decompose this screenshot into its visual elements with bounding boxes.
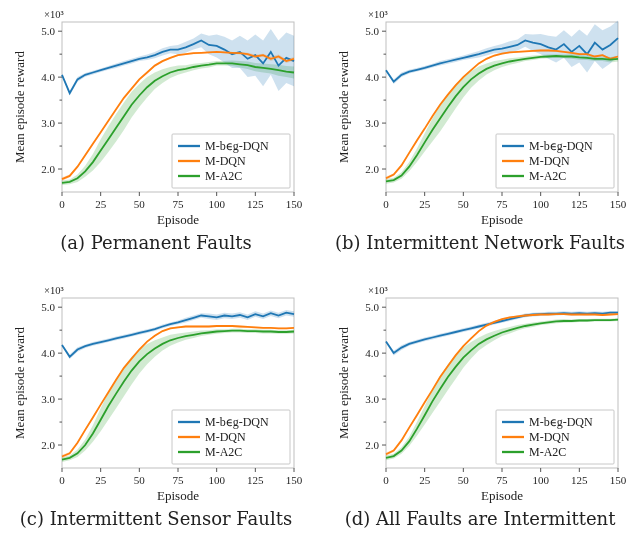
panel-c: 2.03.04.05.00255075100125150×10³Mean epi… bbox=[8, 280, 304, 529]
svg-text:100: 100 bbox=[208, 474, 225, 486]
svg-text:75: 75 bbox=[497, 474, 509, 486]
chart-c: 2.03.04.05.00255075100125150×10³Mean epi… bbox=[8, 280, 304, 506]
svg-text:25: 25 bbox=[95, 474, 107, 486]
svg-text:M-A2C: M-A2C bbox=[529, 445, 566, 459]
svg-text:M-DQN: M-DQN bbox=[529, 430, 570, 444]
svg-text:×10³: ×10³ bbox=[368, 285, 388, 296]
svg-text:50: 50 bbox=[134, 474, 146, 486]
svg-text:M-bϵg-DQN: M-bϵg-DQN bbox=[529, 415, 593, 429]
caption-a: (a) Permanent Faults bbox=[8, 232, 304, 253]
caption-d: (d) All Faults are Intermittent bbox=[332, 508, 628, 529]
svg-text:100: 100 bbox=[208, 198, 225, 210]
svg-text:5.0: 5.0 bbox=[365, 25, 379, 37]
svg-text:0: 0 bbox=[383, 474, 389, 486]
svg-text:125: 125 bbox=[247, 474, 264, 486]
svg-text:M-bϵg-DQN: M-bϵg-DQN bbox=[205, 139, 269, 153]
caption-c: (c) Intermittent Sensor Faults bbox=[8, 508, 304, 529]
svg-text:50: 50 bbox=[458, 198, 470, 210]
svg-text:Mean episode reward: Mean episode reward bbox=[336, 51, 351, 163]
svg-text:75: 75 bbox=[173, 198, 185, 210]
svg-text:25: 25 bbox=[419, 474, 431, 486]
svg-text:×10³: ×10³ bbox=[44, 285, 64, 296]
panel-d: 2.03.04.05.00255075100125150×10³Mean epi… bbox=[332, 280, 628, 529]
svg-text:125: 125 bbox=[571, 198, 588, 210]
panel-a: 2.03.04.05.00255075100125150×10³Mean epi… bbox=[8, 4, 304, 253]
svg-text:Episode: Episode bbox=[481, 488, 523, 503]
svg-text:Episode: Episode bbox=[481, 212, 523, 227]
caption-b: (b) Intermittent Network Faults bbox=[332, 232, 628, 253]
svg-text:150: 150 bbox=[610, 474, 627, 486]
svg-text:100: 100 bbox=[532, 198, 549, 210]
svg-text:M-bϵg-DQN: M-bϵg-DQN bbox=[205, 415, 269, 429]
svg-text:3.0: 3.0 bbox=[41, 117, 55, 129]
chart-b: 2.03.04.05.00255075100125150×10³Mean epi… bbox=[332, 4, 628, 230]
svg-text:M-DQN: M-DQN bbox=[529, 154, 570, 168]
svg-text:25: 25 bbox=[419, 198, 431, 210]
svg-text:75: 75 bbox=[173, 474, 185, 486]
svg-text:2.0: 2.0 bbox=[365, 439, 379, 451]
svg-text:125: 125 bbox=[571, 474, 588, 486]
svg-text:M-A2C: M-A2C bbox=[205, 169, 242, 183]
svg-text:Mean episode reward: Mean episode reward bbox=[336, 327, 351, 439]
svg-text:×10³: ×10³ bbox=[44, 9, 64, 20]
svg-text:150: 150 bbox=[610, 198, 627, 210]
svg-text:2.0: 2.0 bbox=[365, 163, 379, 175]
svg-text:5.0: 5.0 bbox=[41, 25, 55, 37]
svg-text:Episode: Episode bbox=[157, 212, 199, 227]
svg-text:2.0: 2.0 bbox=[41, 163, 55, 175]
svg-text:4.0: 4.0 bbox=[41, 71, 55, 83]
svg-text:125: 125 bbox=[247, 198, 264, 210]
svg-text:M-bϵg-DQN: M-bϵg-DQN bbox=[529, 139, 593, 153]
svg-text:M-DQN: M-DQN bbox=[205, 430, 246, 444]
svg-text:4.0: 4.0 bbox=[365, 347, 379, 359]
svg-text:4.0: 4.0 bbox=[365, 71, 379, 83]
svg-text:50: 50 bbox=[134, 198, 146, 210]
svg-text:0: 0 bbox=[383, 198, 389, 210]
svg-text:3.0: 3.0 bbox=[41, 393, 55, 405]
svg-text:0: 0 bbox=[59, 198, 65, 210]
figure: 2.03.04.05.00255075100125150×10³Mean epi… bbox=[0, 0, 640, 542]
svg-text:Mean episode reward: Mean episode reward bbox=[12, 51, 27, 163]
svg-text:50: 50 bbox=[458, 474, 470, 486]
svg-text:100: 100 bbox=[532, 474, 549, 486]
panel-b: 2.03.04.05.00255075100125150×10³Mean epi… bbox=[332, 4, 628, 253]
svg-text:150: 150 bbox=[286, 198, 303, 210]
svg-text:M-A2C: M-A2C bbox=[205, 445, 242, 459]
svg-text:Mean episode reward: Mean episode reward bbox=[12, 327, 27, 439]
svg-text:Episode: Episode bbox=[157, 488, 199, 503]
chart-d: 2.03.04.05.00255075100125150×10³Mean epi… bbox=[332, 280, 628, 506]
svg-text:5.0: 5.0 bbox=[41, 301, 55, 313]
svg-text:5.0: 5.0 bbox=[365, 301, 379, 313]
svg-text:0: 0 bbox=[59, 474, 65, 486]
svg-text:×10³: ×10³ bbox=[368, 9, 388, 20]
svg-text:2.0: 2.0 bbox=[41, 439, 55, 451]
svg-text:75: 75 bbox=[497, 198, 509, 210]
chart-a: 2.03.04.05.00255075100125150×10³Mean epi… bbox=[8, 4, 304, 230]
svg-text:3.0: 3.0 bbox=[365, 393, 379, 405]
svg-text:4.0: 4.0 bbox=[41, 347, 55, 359]
svg-text:3.0: 3.0 bbox=[365, 117, 379, 129]
svg-text:M-DQN: M-DQN bbox=[205, 154, 246, 168]
svg-text:M-A2C: M-A2C bbox=[529, 169, 566, 183]
svg-text:150: 150 bbox=[286, 474, 303, 486]
svg-text:25: 25 bbox=[95, 198, 107, 210]
